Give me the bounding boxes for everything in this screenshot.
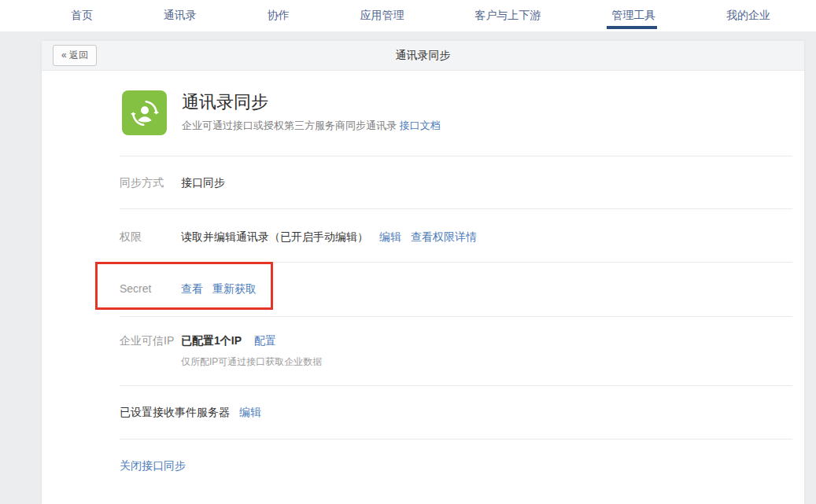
- close-sync-link[interactable]: 关闭接口同步: [120, 459, 186, 473]
- row-permission: 权限 读取并编辑通讯录（已开启手动编辑） 编辑 查看权限详情: [120, 208, 792, 262]
- row-close-sync: 关闭接口同步: [120, 439, 792, 504]
- permission-label: 权限: [120, 230, 181, 245]
- app-subtitle-text: 企业可通过接口或授权第三方服务商同步通讯录: [182, 120, 397, 131]
- row-sync-method: 同步方式 接口同步: [120, 156, 792, 208]
- top-navigation: 首页 通讯录 协作 应用管理 客户与上下游 管理工具 我的企业: [0, 0, 816, 31]
- nav-item-home[interactable]: 首页: [71, 0, 93, 31]
- trusted-ip-label: 企业可信IP: [120, 334, 181, 348]
- trusted-ip-value: 已配置1个IP: [181, 334, 242, 347]
- nav-item-my-company[interactable]: 我的企业: [726, 0, 770, 31]
- row-trusted-ip: 企业可信IP 已配置1个IP 配置 仅所配IP可通过接口获取企业数据: [120, 316, 792, 385]
- contact-sync-icon-glyph: [129, 97, 161, 129]
- secret-regenerate-link[interactable]: 重新获取: [212, 282, 257, 296]
- card-body: 通讯录同步 企业可通过接口或授权第三方服务商同步通讯录 接口文档 同步方式 接口…: [42, 71, 804, 504]
- sync-method-value: 接口同步: [181, 176, 225, 190]
- permission-value: 读取并编辑通讯录（已开启手动编辑）: [181, 230, 368, 245]
- permission-edit-link[interactable]: 编辑: [379, 230, 401, 245]
- api-doc-link[interactable]: 接口文档: [400, 120, 441, 131]
- trusted-ip-configure-link[interactable]: 配置: [254, 334, 276, 347]
- app-title: 通讯录同步: [182, 91, 441, 113]
- nav-item-customers[interactable]: 客户与上下游: [474, 0, 541, 31]
- contact-sync-icon: [122, 90, 167, 135]
- secret-view-link[interactable]: 查看: [181, 282, 203, 296]
- row-event-server: 已设置接收事件服务器 编辑: [120, 385, 792, 439]
- page-title: 通讯录同步: [42, 49, 804, 63]
- page: 首页 通讯录 协作 应用管理 客户与上下游 管理工具 我的企业 « 返回 通讯录…: [0, 0, 816, 504]
- sync-method-label: 同步方式: [120, 176, 181, 190]
- app-subtitle: 企业可通过接口或授权第三方服务商同步通讯录 接口文档: [182, 119, 441, 133]
- contact-sync-card: « 返回 通讯录同步: [42, 41, 804, 504]
- nav-item-contacts[interactable]: 通讯录: [164, 0, 197, 31]
- app-header-text: 通讯录同步 企业可通过接口或授权第三方服务商同步通讯录 接口文档: [182, 90, 441, 156]
- nav-item-collaboration[interactable]: 协作: [268, 0, 290, 31]
- nav-item-app-management[interactable]: 应用管理: [360, 0, 404, 31]
- row-secret: Secret 查看 重新获取: [120, 262, 792, 316]
- permission-details-link[interactable]: 查看权限详情: [411, 230, 477, 245]
- secret-label: Secret: [120, 282, 181, 295]
- trusted-ip-content: 已配置1个IP 配置 仅所配IP可通过接口获取企业数据: [181, 334, 322, 369]
- card-header: « 返回 通讯录同步: [42, 41, 804, 71]
- nav-item-admin-tools[interactable]: 管理工具: [611, 0, 655, 31]
- back-button[interactable]: « 返回: [53, 45, 97, 66]
- app-header: 通讯录同步 企业可通过接口或授权第三方服务商同步通讯录 接口文档: [120, 71, 792, 156]
- trusted-ip-note: 仅所配IP可通过接口获取企业数据: [181, 355, 322, 369]
- event-server-text: 已设置接收事件服务器: [120, 406, 230, 420]
- event-server-edit-link[interactable]: 编辑: [239, 406, 261, 420]
